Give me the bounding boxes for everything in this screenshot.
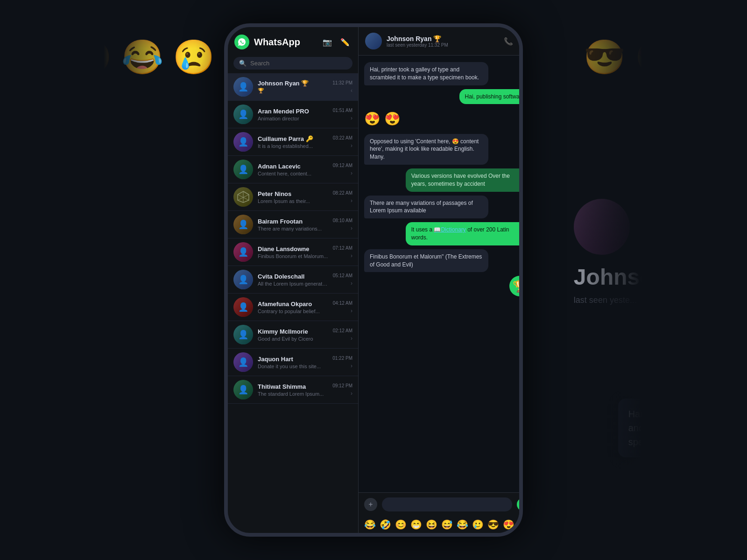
chat-info: Cuillaume Parra 🔑 It is a long establish… (258, 135, 328, 149)
chat-meta: 01:22 PM › (332, 356, 352, 369)
emoji-btn[interactable]: 😍 (503, 519, 514, 530)
message-bubble: Opposed to using 'Content here, 😍 conten… (364, 134, 488, 165)
chat-item[interactable]: 👤 Jaquon Hart Donate it you use this sit… (228, 349, 358, 376)
chat-item[interactable]: Peter Ninos Lorem Ipsum as their... 08:2… (228, 183, 358, 211)
chat-item[interactable]: 👤 Diane Lansdowne Finibus Bonorum et Mal… (228, 238, 358, 266)
chat-avatar: 👤 (233, 105, 253, 124)
search-bar[interactable]: 🔍 (233, 57, 352, 70)
chevron-icon: › (351, 170, 352, 176)
bg-right-avatar (574, 199, 630, 255)
chevron-icon: › (351, 252, 352, 259)
chat-info: Afamefuna Okparo Contrary to popular bel… (258, 301, 328, 314)
chat-avatar: 👤 (233, 132, 253, 152)
chat-item[interactable]: 👤 Bairam Frootan There are many variatio… (228, 211, 358, 238)
chat-preview: Good and Evil by Cicero (258, 336, 328, 342)
chat-info: Adnan Lacevic Content here, content... (258, 163, 328, 176)
message-bubble: Hai, publishing software (459, 89, 523, 105)
chat-meta: 04:12 AM › (333, 301, 352, 314)
pencil-icon[interactable]: ✏️ (338, 35, 352, 49)
emoji-btn[interactable]: 😁 (410, 519, 422, 530)
header-status: last seen yesterday 11:32 PM (387, 42, 499, 48)
chat-info: Kimmy McIlmorie Good and Evil by Cicero (258, 328, 328, 342)
chat-item[interactable]: 👤 Kimmy McIlmorie Good and Evil by Cicer… (228, 321, 358, 349)
emoji-btn[interactable]: 😅 (441, 519, 453, 530)
chat-name: Kimmy McIlmorie (258, 328, 328, 335)
send-button[interactable] (517, 498, 523, 511)
chat-avatar: 👤 (233, 380, 253, 399)
chat-preview: 🏆 (258, 88, 328, 94)
message-input[interactable] (382, 497, 512, 511)
emoji-7: 😘 (686, 37, 728, 77)
chevron-icon: › (351, 197, 352, 204)
chat-time: 01:51 AM (333, 108, 352, 113)
chat-item[interactable]: 👤 Johnson Ryan 🏆 🏆 11:32 PM ‹ (228, 73, 358, 101)
chat-time: 08:22 AM (333, 190, 352, 196)
bg-whatsapp-icon (28, 178, 103, 252)
emoji-btn[interactable]: 😊 (395, 519, 407, 530)
chat-meta: 07:12 AM › (333, 245, 352, 259)
emoji-btn[interactable]: 🥲 (472, 519, 484, 530)
chat-time: 07:12 AM (333, 245, 352, 251)
chat-window: Johnson Ryan 🏆 last seen yesterday 11:32… (359, 27, 523, 533)
emoji-btn[interactable]: 😂 (364, 519, 376, 530)
camera-icon[interactable]: 📷 (321, 35, 334, 49)
bg-emojis-left: 😀 😁 😂 😢 (19, 37, 215, 77)
bg-message-text: Hai, printer took a ga...and scrambled i… (628, 407, 723, 449)
phone-mockup: WhatsApp 📷 ✏️ 🔍 👤 Johnson Ryan 🏆 🏆 11: (224, 23, 523, 537)
chat-info: Aran Mendel PRO Animation director (258, 108, 328, 121)
chat-item[interactable]: 👤 Cuillaume Parra 🔑 It is a long establi… (228, 128, 358, 156)
emoji-btn[interactable]: 🤩 (518, 519, 523, 530)
chat-meta: 09:12 PM › (332, 383, 352, 397)
emoji-3: 😂 (121, 37, 163, 77)
emoji-btn[interactable]: 😂 (457, 519, 468, 530)
chat-time: 09:12 AM (333, 163, 352, 168)
messages-area: Hai, printer took a galley of type and s… (359, 56, 523, 492)
chat-meta: 01:51 AM › (333, 108, 352, 121)
emoji-5: 😎 (584, 37, 626, 77)
chat-input-bar: + (359, 492, 523, 516)
emoji-btn[interactable]: 😎 (487, 519, 499, 530)
add-button[interactable]: + (364, 498, 377, 511)
chevron-icon: › (351, 225, 352, 231)
message-bubble: Finibus Bonorum et Malorum" (The Extreme… (364, 249, 488, 273)
chat-time: 09:12 PM (332, 383, 352, 388)
chat-info: Thitiwat Shimma The standard Lorem Ipsum… (258, 383, 328, 397)
chat-preview: Content here, content... (258, 171, 328, 176)
chat-avatar: 👤 (233, 242, 253, 262)
chat-time: 05:12 AM (333, 273, 352, 278)
chevron-icon: › (351, 335, 352, 342)
message-bubble-emoji: 😍 😍 (364, 108, 401, 130)
header-avatar (365, 33, 382, 49)
search-input[interactable] (250, 60, 347, 67)
chevron-icon: ‹ (351, 87, 352, 94)
chevron-icon: › (351, 280, 352, 287)
chat-name: Adnan Lacevic (258, 163, 328, 170)
chat-name: Cuillaume Parra 🔑 (258, 135, 328, 142)
whatsapp-logo (234, 35, 249, 49)
chat-preview: Finibus Bonorum et Malorum... (258, 253, 328, 259)
bg-right-status: last seen yeste... (574, 295, 637, 305)
search-icon: 🔍 (239, 60, 247, 67)
bg-avatar-1 (30, 271, 72, 313)
chat-item[interactable]: 👤 Adnan Lacevic Content here, content...… (228, 156, 358, 183)
bg-emojis-right: 😎 😍 😘 (584, 37, 728, 77)
chat-name: Jaquon Hart (258, 356, 328, 363)
message-link[interactable]: 📖Dictionary (434, 226, 465, 233)
emoji-btn[interactable]: 🤣 (380, 519, 391, 530)
chat-info: Diane Lansdowne Finibus Bonorum et Malor… (258, 245, 328, 259)
chat-list-header: WhatsApp 📷 ✏️ (228, 27, 358, 57)
chat-item[interactable]: 👤 Thitiwat Shimma The standard Lorem Ips… (228, 376, 358, 404)
chat-name: Johnson Ryan 🏆 (258, 80, 328, 87)
chat-info: Jaquon Hart Donate it you use this site.… (258, 356, 328, 369)
video-icon[interactable]: 📹 (520, 37, 523, 46)
chat-item[interactable]: 👤 Aran Mendel PRO Animation director 01:… (228, 101, 358, 128)
chat-meta: 11:32 PM ‹ (332, 80, 352, 94)
emoji-btn[interactable]: 😆 (426, 519, 437, 530)
chat-item[interactable]: 👤 Afamefuna Okparo Contrary to popular b… (228, 294, 358, 321)
bg-left-label: Animopus McJOA (35, 374, 95, 382)
chat-list-panel: WhatsApp 📷 ✏️ 🔍 👤 Johnson Ryan 🏆 🏆 11: (228, 27, 359, 533)
chat-item[interactable]: 👤 Cvita Doleschall All the Lorem Ipsum g… (228, 266, 358, 294)
phone-icon[interactable]: 📞 (504, 37, 513, 46)
chat-avatar: 👤 (233, 270, 253, 289)
chevron-icon: › (351, 308, 352, 314)
